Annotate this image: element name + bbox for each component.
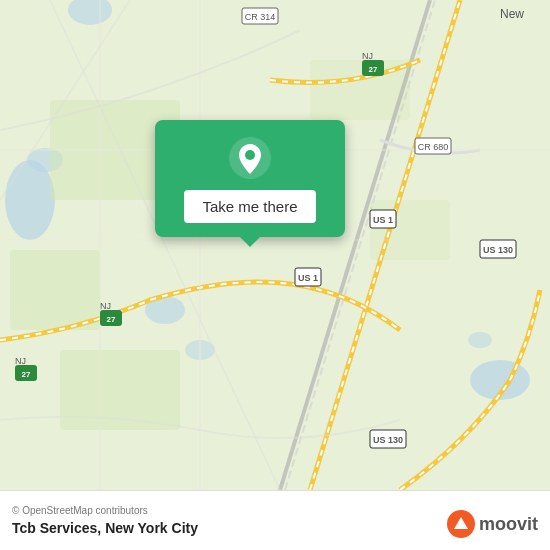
svg-text:US 1: US 1 xyxy=(373,215,393,225)
svg-point-1 xyxy=(5,160,55,240)
svg-text:New: New xyxy=(500,7,524,21)
svg-text:US 1: US 1 xyxy=(298,273,318,283)
svg-marker-47 xyxy=(454,517,468,529)
moovit-logo: moovit xyxy=(447,510,538,538)
svg-text:27: 27 xyxy=(369,65,378,74)
svg-text:NJ: NJ xyxy=(15,356,26,366)
location-pin-icon xyxy=(228,136,272,180)
svg-text:NJ: NJ xyxy=(100,301,111,311)
popup-card: Take me there xyxy=(155,120,345,237)
svg-text:27: 27 xyxy=(107,315,116,324)
bottom-bar: © OpenStreetMap contributors Tcb Service… xyxy=(0,490,550,550)
moovit-text: moovit xyxy=(479,514,538,535)
svg-text:CR 314: CR 314 xyxy=(245,12,276,22)
svg-point-6 xyxy=(468,332,492,348)
svg-rect-9 xyxy=(10,250,100,330)
svg-point-46 xyxy=(245,150,255,160)
svg-text:CR 680: CR 680 xyxy=(418,142,449,152)
svg-text:27: 27 xyxy=(22,370,31,379)
svg-text:US 130: US 130 xyxy=(483,245,513,255)
moovit-icon xyxy=(447,510,475,538)
map-container: 27 NJ 27 NJ 27 NJ US 1 US 1 US 130 US 13… xyxy=(0,0,550,490)
take-me-there-button[interactable]: Take me there xyxy=(184,190,315,223)
svg-text:US 130: US 130 xyxy=(373,435,403,445)
svg-text:NJ: NJ xyxy=(362,51,373,61)
